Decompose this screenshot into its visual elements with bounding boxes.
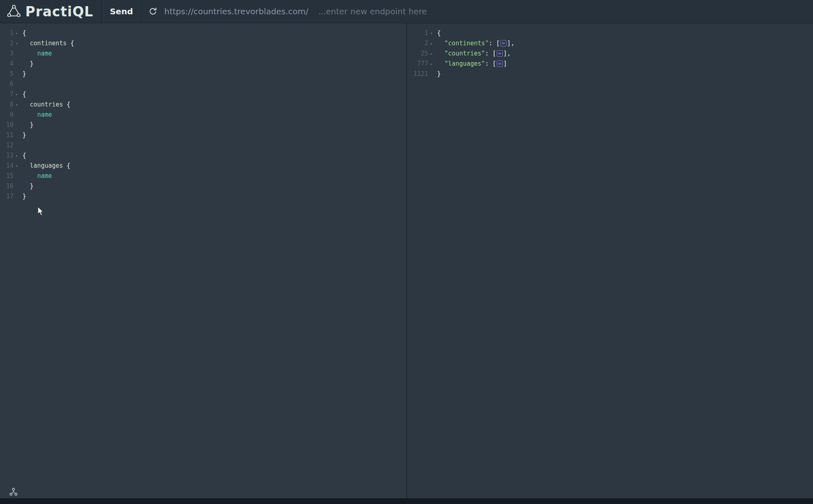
- code-line: 13▾{: [0, 151, 406, 161]
- schema-graph-icon: [9, 491, 18, 497]
- code-text: "languages": [∞]: [435, 59, 507, 69]
- code-line: 1121}: [407, 69, 813, 79]
- fold-spacer: [13, 110, 20, 120]
- fold-spacer: [13, 49, 20, 59]
- fold-collapse-icon[interactable]: ▾: [428, 28, 435, 38]
- collapsed-array-link-icon[interactable]: ∞: [497, 50, 503, 57]
- endpoint-input[interactable]: [318, 0, 813, 23]
- code-text: countries {: [20, 100, 70, 110]
- code-text: {: [20, 151, 26, 161]
- practiql-logo-icon: [7, 4, 21, 19]
- fold-spacer: [13, 69, 20, 79]
- code-text: languages {: [20, 161, 70, 171]
- code-text: }: [20, 120, 33, 130]
- line-number: 777: [407, 59, 428, 69]
- line-number: 17: [0, 191, 13, 202]
- line-number: 3: [0, 49, 13, 59]
- line-number: 8: [0, 100, 13, 110]
- code-line: 10 }: [0, 120, 406, 130]
- code-line: 2▸ "continents": [∞],: [407, 38, 813, 49]
- line-number: 10: [0, 120, 13, 130]
- app-title: PractiQL: [25, 4, 93, 20]
- code-line: 9 name: [0, 110, 406, 120]
- code-line: 8▾ countries {: [0, 100, 406, 110]
- main-panes: 1▾{2▾ continents {3 name4 }5}67▾{8▾ coun…: [0, 23, 813, 498]
- line-number: 16: [0, 181, 13, 191]
- refresh-button[interactable]: [147, 5, 159, 18]
- fold-spacer: [13, 130, 20, 140]
- code-text: }: [20, 69, 26, 79]
- code-text: }: [20, 191, 26, 202]
- code-line: 6: [0, 79, 406, 89]
- code-text: "continents": [∞],: [435, 38, 514, 49]
- code-line: 7▾{: [0, 89, 406, 100]
- collapsed-array-link-icon[interactable]: ∞: [497, 60, 503, 67]
- code-line: 1▾{: [407, 28, 813, 38]
- code-line: 2▾ continents {: [0, 38, 406, 49]
- line-number: 9: [0, 110, 13, 120]
- line-number: 14: [0, 161, 13, 171]
- fold-expand-icon[interactable]: ▸: [428, 49, 435, 59]
- code-line: 17}: [0, 191, 406, 202]
- code-line: 14▾ languages {: [0, 161, 406, 171]
- fold-spacer: [13, 59, 20, 69]
- line-number: 11: [0, 130, 13, 140]
- line-number: 1121: [407, 69, 428, 79]
- code-line: 3 name: [0, 49, 406, 59]
- code-text: name: [20, 171, 52, 181]
- line-number: 2: [0, 38, 13, 49]
- code-text: "countries": [∞],: [435, 49, 511, 59]
- fold-collapse-icon[interactable]: ▾: [13, 151, 20, 161]
- code-line: 15 name: [0, 171, 406, 181]
- code-text: }: [435, 69, 441, 79]
- topbar-divider: [141, 0, 141, 23]
- code-line: 11}: [0, 130, 406, 140]
- fold-spacer: [13, 191, 20, 202]
- fold-collapse-icon[interactable]: ▾: [13, 161, 20, 171]
- code-text: [20, 140, 22, 151]
- line-number: 12: [0, 140, 13, 151]
- line-number: 4: [0, 59, 13, 69]
- code-text: }: [20, 181, 33, 191]
- code-line: 777▸ "languages": [∞]: [407, 59, 813, 69]
- query-editor[interactable]: 1▾{2▾ continents {3 name4 }5}67▾{8▾ coun…: [0, 23, 406, 202]
- line-number: 2: [407, 38, 428, 49]
- code-line: 5}: [0, 69, 406, 79]
- query-editor-pane[interactable]: 1▾{2▾ continents {3 name4 }5}67▾{8▾ coun…: [0, 23, 406, 498]
- app-logo: PractiQL: [0, 0, 101, 23]
- line-number: 5: [0, 69, 13, 79]
- code-line: 12: [0, 140, 406, 151]
- fold-spacer: [13, 140, 20, 151]
- line-number: 1: [407, 28, 428, 38]
- response-viewer[interactable]: 1▾{2▸ "continents": [∞],25▸ "countries":…: [407, 23, 813, 79]
- fold-spacer: [428, 69, 435, 79]
- fold-expand-icon[interactable]: ▸: [428, 59, 435, 69]
- code-text: {: [20, 28, 26, 38]
- line-number: 7: [0, 89, 13, 100]
- fold-collapse-icon[interactable]: ▾: [13, 89, 20, 100]
- bottom-status-strip: [0, 498, 813, 504]
- fold-spacer: [13, 181, 20, 191]
- collapsed-array-link-icon[interactable]: ∞: [500, 40, 507, 47]
- code-text: continents {: [20, 38, 74, 49]
- response-pane[interactable]: 1▾{2▸ "continents": [∞],25▸ "countries":…: [407, 23, 813, 498]
- code-text: [20, 79, 22, 89]
- fold-spacer: [13, 171, 20, 181]
- code-text: name: [20, 110, 52, 120]
- line-number: 13: [0, 151, 13, 161]
- line-number: 6: [0, 79, 13, 89]
- line-number: 15: [0, 171, 13, 181]
- fold-collapse-icon[interactable]: ▾: [13, 28, 20, 38]
- fold-expand-icon[interactable]: ▸: [428, 38, 435, 49]
- code-text: {: [435, 28, 441, 38]
- endpoint-url: https://countries.trevorblades.com/: [164, 7, 308, 16]
- send-button[interactable]: Send: [102, 0, 141, 23]
- code-line: 16 }: [0, 181, 406, 191]
- refresh-icon: [149, 11, 158, 17]
- fold-collapse-icon[interactable]: ▾: [13, 38, 20, 49]
- line-number: 1: [0, 28, 13, 38]
- code-text: {: [20, 89, 26, 100]
- fold-collapse-icon[interactable]: ▾: [13, 100, 20, 110]
- code-text: }: [20, 130, 26, 140]
- schema-graph-button[interactable]: [8, 486, 19, 497]
